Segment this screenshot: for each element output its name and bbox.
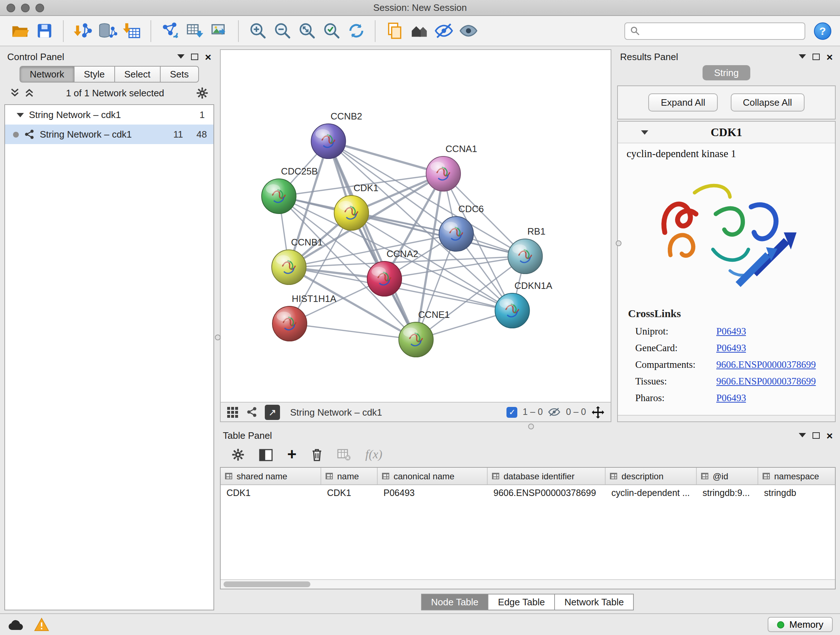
panel-close-icon[interactable]: × [826, 51, 833, 62]
export-network-table-button[interactable] [182, 19, 207, 43]
warning-icon[interactable] [34, 618, 49, 631]
collapse-all-icon[interactable] [10, 88, 19, 98]
selected-checkbox-icon[interactable]: ✓ [507, 407, 518, 417]
pan-move-icon[interactable] [591, 405, 605, 419]
copy-document-button[interactable] [382, 19, 407, 43]
show-graphics-button[interactable] [456, 19, 480, 43]
column-header-@id[interactable]: @id [697, 468, 758, 485]
cloud-icon[interactable] [7, 618, 24, 631]
import-network-database-button[interactable] [95, 19, 119, 43]
zoom-in-button[interactable] [245, 19, 270, 43]
node-HIST1H1A[interactable] [272, 306, 307, 341]
crosslink-link[interactable]: 9606.ENSP00000378699 [716, 359, 816, 371]
hide-selected-button[interactable] [431, 19, 456, 43]
table-settings-button[interactable] [232, 448, 245, 461]
node-CDK1[interactable] [334, 195, 369, 230]
panel-menu-icon[interactable] [177, 54, 185, 62]
column-header-canonical-name[interactable]: canonical name [378, 468, 488, 485]
table-horizontal-scrollbar[interactable] [221, 579, 835, 589]
open-session-button[interactable] [7, 19, 32, 43]
panel-float-icon[interactable] [813, 432, 820, 439]
gear-icon[interactable] [196, 87, 208, 99]
share-network-icon[interactable] [246, 406, 257, 418]
table-cell[interactable]: CDK1 [321, 485, 378, 501]
table-cell[interactable]: stringdb:9... [697, 485, 758, 501]
panel-close-icon[interactable]: × [826, 430, 833, 440]
function-builder-button[interactable]: f(x) [365, 448, 382, 462]
delete-table-button[interactable] [337, 448, 351, 461]
table-cell[interactable]: cyclin-dependent ... [606, 485, 697, 501]
crosslink-link[interactable]: 9606.ENSP00000378699 [716, 376, 816, 387]
search-input[interactable] [643, 25, 799, 36]
minimize-window-button[interactable] [21, 3, 30, 12]
node-CCNE1[interactable] [399, 322, 433, 357]
splitter-handle[interactable] [528, 424, 534, 429]
edge-CCNE1-HIST1H1A[interactable] [290, 324, 416, 340]
tab-network[interactable]: Network [19, 66, 74, 82]
import-network-file-button[interactable] [70, 19, 95, 43]
gene-card-header[interactable]: CDK1 [618, 122, 835, 143]
splitter-handle[interactable] [616, 241, 622, 246]
table-cell[interactable]: 9606.ENSP00000378699 [488, 485, 606, 501]
expand-all-icon[interactable] [25, 88, 34, 98]
tab-network-table[interactable]: Network Table [554, 594, 634, 610]
node-CDKN1A[interactable] [495, 293, 529, 328]
memory-button[interactable]: Memory [767, 617, 833, 632]
help-button[interactable]: ? [814, 22, 831, 40]
zoom-fit-button[interactable] [294, 19, 319, 43]
table-cell[interactable]: stringdb [758, 485, 835, 501]
panel-menu-icon[interactable] [799, 433, 806, 441]
crosslink-link[interactable]: P06493 [716, 326, 746, 337]
node-CCNA1[interactable] [426, 157, 461, 191]
zoom-selected-button[interactable] [319, 19, 344, 43]
delete-column-button[interactable] [311, 448, 323, 461]
home-button[interactable] [407, 19, 431, 43]
collapse-section-icon[interactable] [641, 130, 648, 138]
tab-style[interactable]: Style [74, 66, 115, 82]
import-table-button[interactable] [119, 19, 144, 43]
hidden-eye-icon[interactable] [548, 407, 561, 417]
crosslink-link[interactable]: P06493 [716, 342, 746, 354]
show-columns-button[interactable] [259, 448, 273, 461]
network-collection-row[interactable]: String Network – cdk1 1 [5, 105, 213, 125]
splitter-handle[interactable] [215, 334, 221, 340]
tab-sets[interactable]: Sets [160, 66, 199, 82]
panel-menu-icon[interactable] [799, 54, 806, 62]
table-row[interactable]: CDK1CDK1P064939606.ENSP00000378699cyclin… [221, 485, 835, 501]
edge-CCNB2-CCNE1[interactable] [328, 141, 416, 340]
network-row-selected[interactable]: String Network – cdk1 11 48 [5, 125, 213, 144]
tree-expand-icon[interactable] [17, 112, 24, 120]
detach-view-button[interactable]: ↗ [265, 404, 280, 420]
node-RB1[interactable] [508, 239, 542, 274]
expand-all-button[interactable]: Expand All [649, 93, 718, 111]
tab-select[interactable]: Select [114, 66, 160, 82]
panel-float-icon[interactable] [191, 53, 198, 60]
export-image-button[interactable] [207, 19, 232, 43]
zoom-out-button[interactable] [270, 19, 294, 43]
zoom-window-button[interactable] [35, 3, 44, 12]
refresh-network-button[interactable] [344, 19, 368, 43]
collapse-all-button[interactable]: Collapse All [731, 93, 805, 111]
add-column-button[interactable]: + [287, 447, 297, 463]
node-CCNB1[interactable] [272, 250, 306, 285]
scrollbar-thumb[interactable] [224, 581, 310, 587]
panel-float-icon[interactable] [813, 53, 820, 60]
column-header-name[interactable]: name [321, 468, 378, 485]
column-header-namespace[interactable]: namespace [758, 468, 835, 485]
results-scrollbar[interactable] [618, 415, 835, 421]
save-session-button[interactable] [32, 19, 57, 43]
table-cell[interactable]: P06493 [378, 485, 488, 501]
tab-string[interactable]: String [703, 65, 750, 80]
panel-close-icon[interactable]: × [205, 51, 211, 62]
column-header-shared-name[interactable]: shared name [221, 468, 321, 485]
tab-node-table[interactable]: Node Table [421, 594, 488, 610]
node-CCNA2[interactable] [367, 261, 401, 296]
column-header-database-identifier[interactable]: database identifier [488, 468, 606, 485]
node-CDC25B[interactable] [262, 179, 296, 214]
grid-view-icon[interactable] [226, 406, 239, 418]
tab-edge-table[interactable]: Edge Table [488, 594, 555, 610]
network-canvas[interactable]: CDK1CCNB1CCNB2CCNA1CCNA2CCNE1CDC25BCDC6R… [221, 50, 611, 402]
table-cell[interactable]: CDK1 [221, 485, 321, 501]
node-CDC6[interactable] [439, 217, 474, 251]
close-window-button[interactable] [6, 3, 15, 12]
